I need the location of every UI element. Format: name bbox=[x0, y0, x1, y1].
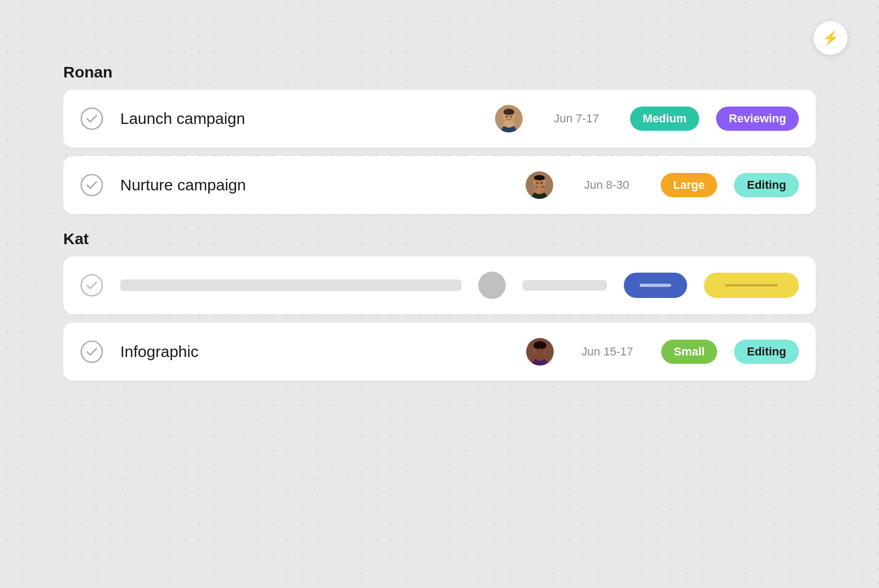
task-title-infographic: Infographic bbox=[120, 343, 509, 361]
check-icon-placeholder bbox=[80, 274, 103, 297]
check-icon-infographic bbox=[80, 340, 103, 363]
badge-blue-bar bbox=[640, 284, 671, 287]
task-card-infographic[interactable]: Infographic Jun 15- bbox=[63, 323, 816, 381]
group-label-ronan: Ronan bbox=[63, 63, 816, 81]
task-title-nurture: Nurture campaign bbox=[120, 176, 509, 194]
avatar-nurture bbox=[526, 171, 553, 199]
main-content: Ronan Launch campaign bbox=[63, 63, 816, 397]
svg-point-20 bbox=[81, 275, 102, 296]
svg-point-0 bbox=[81, 108, 102, 129]
task-card-nurture-campaign[interactable]: Nurture campaign bbox=[63, 156, 816, 214]
svg-rect-26 bbox=[534, 343, 546, 349]
svg-point-19 bbox=[534, 187, 545, 194]
group-ronan: Ronan Launch campaign bbox=[63, 63, 816, 214]
badge-reviewing-launch[interactable]: Reviewing bbox=[716, 107, 799, 131]
svg-point-10 bbox=[81, 175, 102, 196]
svg-point-21 bbox=[81, 341, 102, 362]
task-card-launch-campaign[interactable]: Launch campaign Jun bbox=[63, 90, 816, 148]
avatar-launch bbox=[495, 105, 523, 132]
quick-actions-button[interactable]: ⚡ bbox=[814, 21, 847, 55]
date-placeholder bbox=[523, 280, 607, 291]
check-icon-launch bbox=[80, 107, 103, 130]
avatar-infographic bbox=[526, 338, 554, 365]
badge-yellow-bar bbox=[725, 284, 778, 286]
svg-point-9 bbox=[504, 120, 514, 128]
badge-yellow-placeholder[interactable] bbox=[704, 273, 799, 298]
svg-rect-5 bbox=[504, 110, 514, 114]
badge-medium-launch[interactable]: Medium bbox=[630, 107, 699, 131]
task-title-placeholder bbox=[120, 279, 461, 291]
date-nurture: Jun 8-30 bbox=[570, 178, 644, 192]
group-kat: Kat bbox=[63, 230, 816, 381]
check-icon-nurture bbox=[80, 173, 103, 197]
task-title-launch: Launch campaign bbox=[120, 110, 478, 128]
svg-point-27 bbox=[537, 348, 538, 350]
svg-point-28 bbox=[541, 348, 543, 350]
svg-point-17 bbox=[540, 182, 542, 184]
avatar-placeholder bbox=[478, 272, 506, 299]
badge-blue-placeholder[interactable] bbox=[624, 273, 687, 298]
date-infographic: Jun 15-17 bbox=[571, 345, 644, 359]
lightning-icon: ⚡ bbox=[822, 30, 839, 46]
svg-point-6 bbox=[506, 115, 508, 118]
badge-editing-nurture[interactable]: Editing bbox=[734, 173, 799, 197]
group-label-kat: Kat bbox=[63, 230, 816, 248]
svg-point-16 bbox=[536, 182, 538, 184]
svg-point-7 bbox=[510, 115, 512, 118]
task-card-placeholder[interactable] bbox=[63, 256, 816, 314]
date-launch: Jun 7-17 bbox=[539, 112, 613, 126]
badge-large-nurture[interactable]: Large bbox=[661, 173, 718, 197]
svg-point-30 bbox=[535, 353, 545, 361]
svg-rect-15 bbox=[534, 176, 545, 180]
badge-small-infographic[interactable]: Small bbox=[661, 340, 718, 364]
badge-editing-infographic[interactable]: Editing bbox=[734, 340, 799, 364]
